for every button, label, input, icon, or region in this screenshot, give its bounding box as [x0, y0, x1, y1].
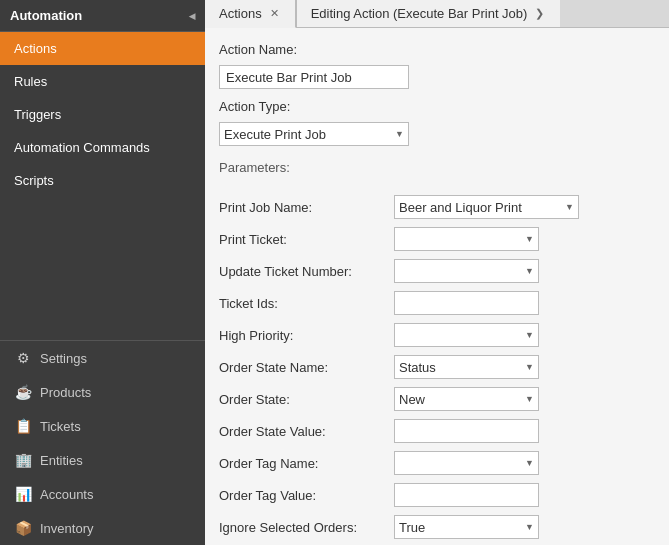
action-name-input[interactable] [219, 65, 409, 89]
sidebar-item-label: Automation Commands [14, 140, 150, 155]
sidebar-item-label: Rules [14, 74, 47, 89]
tab-label: Actions [219, 6, 262, 21]
settings-icon: ⚙ [14, 350, 32, 366]
sidebar-bottom-label: Inventory [40, 521, 93, 536]
sidebar-title: Automation [10, 8, 82, 23]
sidebar-item-settings[interactable]: ⚙ Settings [0, 341, 205, 375]
order-tag-value-input[interactable] [394, 483, 539, 507]
action-name-row: Action Name: [219, 42, 655, 57]
high-priority-label: High Priority: [219, 328, 394, 343]
sidebar-item-rules[interactable]: Rules [0, 65, 205, 98]
order-tag-value-row: Order Tag Value: [219, 483, 655, 507]
ignore-selected-orders-label: Ignore Selected Orders: [219, 520, 394, 535]
print-ticket-label: Print Ticket: [219, 232, 394, 247]
update-ticket-number-row: Update Ticket Number: [219, 259, 655, 283]
print-job-name-row: Print Job Name: Beer and Liquor Print [219, 195, 655, 219]
action-type-label: Action Type: [219, 99, 394, 114]
order-state-select-wrapper: New [394, 387, 539, 411]
action-name-label: Action Name: [219, 42, 394, 57]
tab-bar: Actions ✕ Editing Action (Execute Bar Pr… [205, 0, 669, 28]
tab-close-actions[interactable]: ✕ [268, 7, 281, 20]
ticket-ids-label: Ticket Ids: [219, 296, 394, 311]
ticket-ids-row: Ticket Ids: [219, 291, 655, 315]
ignore-selected-orders-select[interactable]: True False [394, 515, 539, 539]
order-tag-name-select-wrapper [394, 451, 539, 475]
update-ticket-number-select[interactable] [394, 259, 539, 283]
high-priority-select-wrapper [394, 323, 539, 347]
sidebar-bottom-label: Entities [40, 453, 83, 468]
tickets-icon: 📋 [14, 418, 32, 434]
products-icon: ☕ [14, 384, 32, 400]
entities-icon: 🏢 [14, 452, 32, 468]
order-state-name-label: Order State Name: [219, 360, 394, 375]
order-state-name-row: Order State Name: Status [219, 355, 655, 379]
sidebar-item-tickets[interactable]: 📋 Tickets [0, 409, 205, 443]
sidebar-bottom-label: Products [40, 385, 91, 400]
tab-editing[interactable]: Editing Action (Execute Bar Print Job) ❯ [296, 0, 561, 27]
accounts-icon: 📊 [14, 486, 32, 502]
print-job-name-select[interactable]: Beer and Liquor Print [394, 195, 579, 219]
tab-actions[interactable]: Actions ✕ [205, 0, 296, 28]
sidebar-header: Automation ◂ [0, 0, 205, 32]
parameters-heading-row: Parameters: [219, 156, 655, 185]
sidebar-bottom-label: Accounts [40, 487, 93, 502]
action-type-select-wrapper: Execute Print Job [219, 122, 409, 146]
order-tag-name-label: Order Tag Name: [219, 456, 394, 471]
sidebar-item-scripts[interactable]: Scripts [0, 164, 205, 197]
sidebar-item-label: Actions [14, 41, 57, 56]
order-state-value-row: Order State Value: [219, 419, 655, 443]
order-tag-name-row: Order Tag Name: [219, 451, 655, 475]
ignore-selected-orders-select-wrapper: True False [394, 515, 539, 539]
order-tag-value-label: Order Tag Value: [219, 488, 394, 503]
sidebar-item-inventory[interactable]: 📦 Inventory [0, 511, 205, 545]
sidebar-bottom-label: Tickets [40, 419, 81, 434]
sidebar-bottom: ⚙ Settings ☕ Products 📋 Tickets 🏢 Entiti… [0, 340, 205, 545]
high-priority-row: High Priority: [219, 323, 655, 347]
sidebar-item-label: Triggers [14, 107, 61, 122]
order-tag-name-select[interactable] [394, 451, 539, 475]
parameters-heading: Parameters: [219, 160, 290, 175]
sidebar-item-label: Scripts [14, 173, 54, 188]
tab-editing-label: Editing Action (Execute Bar Print Job) [311, 6, 528, 21]
sidebar-nav: Actions Rules Triggers Automation Comman… [0, 32, 205, 340]
inventory-icon: 📦 [14, 520, 32, 536]
sidebar-item-actions[interactable]: Actions [0, 32, 205, 65]
print-ticket-select[interactable] [394, 227, 539, 251]
print-job-name-select-wrapper: Beer and Liquor Print [394, 195, 579, 219]
print-job-name-label: Print Job Name: [219, 200, 394, 215]
sidebar: Automation ◂ Actions Rules Triggers Auto… [0, 0, 205, 545]
order-state-select[interactable]: New [394, 387, 539, 411]
sidebar-item-automation-commands[interactable]: Automation Commands [0, 131, 205, 164]
high-priority-select[interactable] [394, 323, 539, 347]
action-type-select-row: Execute Print Job [219, 122, 655, 146]
sidebar-item-accounts[interactable]: 📊 Accounts [0, 477, 205, 511]
sidebar-item-entities[interactable]: 🏢 Entities [0, 443, 205, 477]
update-ticket-number-select-wrapper [394, 259, 539, 283]
action-name-input-row [219, 65, 655, 89]
ticket-ids-input[interactable] [394, 291, 539, 315]
update-ticket-number-label: Update Ticket Number: [219, 264, 394, 279]
order-state-label: Order State: [219, 392, 394, 407]
action-type-select[interactable]: Execute Print Job [219, 122, 409, 146]
print-ticket-select-wrapper [394, 227, 539, 251]
order-state-row: Order State: New [219, 387, 655, 411]
sidebar-bottom-label: Settings [40, 351, 87, 366]
order-state-value-input[interactable] [394, 419, 539, 443]
print-ticket-row: Print Ticket: [219, 227, 655, 251]
form-content: Action Name: Action Type: Execute Print … [205, 28, 669, 545]
sidebar-item-products[interactable]: ☕ Products [0, 375, 205, 409]
order-state-name-select[interactable]: Status [394, 355, 539, 379]
tab-close-editing[interactable]: ❯ [533, 7, 546, 20]
sidebar-collapse-icon[interactable]: ◂ [189, 9, 195, 23]
main-area: Actions ✕ Editing Action (Execute Bar Pr… [205, 0, 669, 545]
action-type-row: Action Type: [219, 99, 655, 114]
order-state-value-label: Order State Value: [219, 424, 394, 439]
order-state-name-select-wrapper: Status [394, 355, 539, 379]
sidebar-item-triggers[interactable]: Triggers [0, 98, 205, 131]
ignore-selected-orders-row: Ignore Selected Orders: True False [219, 515, 655, 539]
